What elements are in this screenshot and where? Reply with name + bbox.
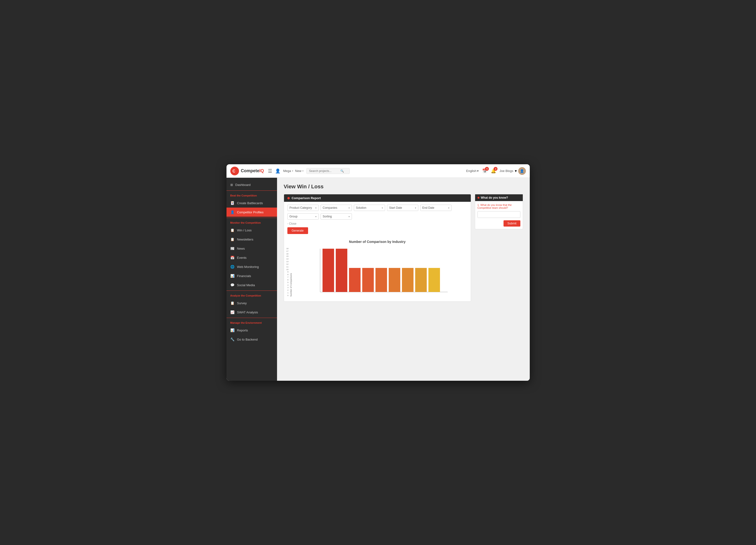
- companies-arrow: ▾: [349, 207, 350, 209]
- user-name: Joe Blogs: [499, 169, 513, 173]
- win-loss-label: Win / Loss: [237, 229, 252, 232]
- start-date-filter[interactable]: Start Date ▾: [387, 205, 418, 211]
- what-input[interactable]: [478, 211, 520, 218]
- top-content: Comparison Report Product Category ▾ Com…: [284, 194, 523, 305]
- start-date-label: Start Date: [389, 206, 402, 210]
- sidebar-item-dashboard[interactable]: ⊞ Dashboard: [226, 180, 277, 190]
- product-category-label: Product Category: [290, 206, 312, 210]
- sidebar-item-news[interactable]: 📰 News: [226, 244, 277, 253]
- bar-8: [415, 268, 427, 292]
- sidebar-item-battlecards[interactable]: 🃏 Create Battlecards: [226, 199, 277, 208]
- sidebar-item-backend[interactable]: 🔧 Go to Backend: [226, 335, 277, 344]
- y-tick-1: 1: [287, 292, 288, 294]
- y-tick-2: 2: [287, 289, 288, 291]
- mega-menu[interactable]: Mega ▾: [283, 169, 293, 173]
- new-menu[interactable]: New ▾: [295, 169, 304, 173]
- sidebar-item-survey[interactable]: 📋 Survey: [226, 298, 277, 307]
- dashboard-icon: ⊞: [230, 183, 233, 187]
- social-media-label: Social Media: [237, 283, 255, 287]
- search-input[interactable]: [309, 169, 340, 173]
- y-tick-4: 4: [287, 284, 288, 286]
- y-tick-15: 15: [286, 255, 289, 258]
- events-icon: 📅: [230, 256, 235, 260]
- page-title: View Win / Loss: [284, 184, 523, 190]
- solution-arrow: ▾: [382, 207, 383, 209]
- chart-title: Number of Comparison by Industry: [287, 240, 467, 244]
- win-loss-icon: 📋: [230, 228, 235, 232]
- calendar-badge: 5: [485, 167, 489, 171]
- survey-icon: 📋: [230, 301, 235, 305]
- y-tick-10: 10: [286, 269, 289, 271]
- submit-button[interactable]: Submit: [504, 220, 520, 227]
- end-date-arrow: ▾: [448, 207, 449, 209]
- sidebar-item-win-loss[interactable]: 📋 Win / Loss: [226, 226, 277, 235]
- swat-label: SWAT Analysis: [237, 310, 258, 314]
- financials-label: Financials: [237, 274, 251, 278]
- product-category-filter[interactable]: Product Category ▾: [287, 205, 319, 211]
- main-layout: ⊞ Dashboard Beat the Competition 🃏 Creat…: [226, 178, 530, 381]
- section-manage: Manage the Enviornment: [226, 318, 277, 326]
- section-beat: Beat the Competition: [226, 191, 277, 199]
- sidebar-item-swat[interactable]: 📈 SWAT Analysis: [226, 307, 277, 317]
- bar-chart: [293, 248, 467, 295]
- dashboard-label: Dashboard: [235, 183, 251, 187]
- survey-label: Survey: [237, 301, 247, 305]
- sidebar-item-events[interactable]: 📅 Events: [226, 253, 277, 262]
- y-axis-label: Number of Comparisons: [290, 248, 292, 296]
- newsletters-icon: 📋: [230, 238, 235, 241]
- social-media-icon: 💬: [230, 283, 235, 287]
- y-tick-16: 16: [286, 253, 289, 255]
- language-selector[interactable]: English ▾: [466, 169, 479, 173]
- logo: C CompeteIQ: [230, 167, 264, 175]
- solution-filter[interactable]: Solution ▾: [354, 205, 385, 211]
- bar-1: [323, 249, 334, 292]
- what-question: 1. What do you know that the Competitive…: [478, 204, 520, 209]
- search-icon: 🔍: [340, 169, 344, 173]
- companies-filter[interactable]: Companies ▾: [321, 205, 352, 211]
- y-tick-6: 6: [287, 279, 288, 281]
- calendar-notif-button[interactable]: 📅 5: [482, 168, 487, 174]
- report-header: Comparison Report: [284, 194, 471, 202]
- nav-right: English ▾ 📅 5 🔔 2 Joe Blogs ▾ 👤: [466, 167, 526, 175]
- sorting-filter[interactable]: Sorting ▾: [321, 213, 352, 220]
- newsletters-label: Newsletters: [237, 238, 253, 241]
- y-tick-0: 0: [287, 294, 288, 296]
- bar-4: [362, 268, 374, 292]
- bar-9: [428, 268, 440, 292]
- search-bar[interactable]: 🔍: [306, 168, 350, 174]
- sorting-arrow: ▾: [349, 215, 350, 218]
- group-filter[interactable]: Group ▾: [287, 213, 319, 220]
- user-area[interactable]: Joe Blogs ▾ 👤: [499, 167, 526, 175]
- y-tick-9: 9: [287, 271, 288, 273]
- report-section: Comparison Report Product Category ▾ Com…: [284, 194, 471, 301]
- generate-button[interactable]: Generate: [287, 227, 308, 234]
- bar-7: [402, 268, 414, 292]
- bell-notif-button[interactable]: 🔔 2: [491, 168, 496, 174]
- sorting-label: Sorting: [323, 215, 332, 218]
- sidebar: ⊞ Dashboard Beat the Competition 🃏 Creat…: [226, 178, 277, 381]
- group-arrow: ▾: [315, 215, 317, 218]
- what-do-you-know-panel: What do you know? 1. What do you know th…: [475, 194, 523, 305]
- web-monitoring-label: Web Monitoring: [237, 265, 259, 269]
- user-arrow: ▾: [515, 169, 517, 173]
- avatar: 👤: [518, 167, 526, 175]
- news-icon: 📰: [230, 247, 235, 251]
- user-icon[interactable]: 👤: [275, 168, 280, 174]
- section-monitor: Monitor the Competition: [226, 218, 277, 226]
- bar-2: [336, 249, 347, 292]
- close-link[interactable]: - Close: [284, 221, 471, 225]
- sidebar-item-financials[interactable]: 📊 Financials: [226, 271, 277, 280]
- sidebar-item-web-monitoring[interactable]: 🌐 Web Monitoring: [226, 262, 277, 271]
- end-date-filter[interactable]: End Date ▾: [420, 205, 452, 211]
- bar-3: [349, 268, 361, 292]
- y-tick-7: 7: [287, 276, 288, 278]
- product-category-arrow: ▾: [315, 207, 317, 209]
- sidebar-item-reports[interactable]: 📊 Reports: [226, 326, 277, 335]
- sidebar-item-competitor-profiles[interactable]: 👤 Competitor Profiles: [226, 208, 277, 217]
- comparison-report-panel: Comparison Report Product Category ▾ Com…: [284, 194, 471, 305]
- what-header: What do you know?: [475, 194, 523, 201]
- sidebar-item-social-media[interactable]: 💬 Social Media: [226, 280, 277, 289]
- hamburger-icon[interactable]: ☰: [268, 168, 272, 174]
- section-analyze: Analyze the Competition: [226, 290, 277, 298]
- sidebar-item-newsletters[interactable]: 📋 Newsletters: [226, 235, 277, 244]
